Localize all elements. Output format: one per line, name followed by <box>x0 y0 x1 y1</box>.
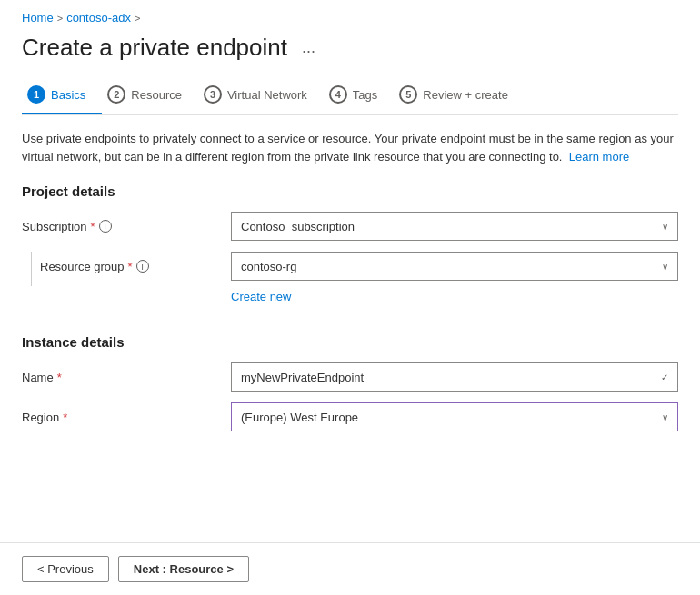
tab-review-circle: 5 <box>399 85 417 104</box>
breadcrumb-chevron-1: > <box>57 13 63 24</box>
create-new-link[interactable]: Create new <box>231 290 678 303</box>
name-chevron-icon: ✓ <box>661 372 668 382</box>
subscription-required: * <box>91 220 95 233</box>
name-required: * <box>57 371 62 384</box>
resource-group-required: * <box>128 260 133 273</box>
wizard-tabs: 1 Basics 2 Resource 3 Virtual Network 4 … <box>22 76 678 115</box>
breadcrumb: Home > contoso-adx > <box>0 0 700 30</box>
learn-more-link[interactable]: Learn more <box>569 150 629 164</box>
tab-tags-circle: 4 <box>329 85 347 104</box>
region-chevron-icon: ∨ <box>662 412 668 422</box>
region-required: * <box>63 411 67 424</box>
subscription-label-col: Subscription * i <box>22 220 231 233</box>
instance-details-section: Instance details Name * myNewPrivateEndp… <box>22 334 678 442</box>
breadcrumb-chevron-2: > <box>135 13 140 24</box>
tab-resource-circle: 2 <box>107 85 125 104</box>
resource-group-value: contoso-rg <box>241 260 296 273</box>
info-text: Use private endpoints to privately conne… <box>22 130 678 165</box>
region-dropdown[interactable]: (Europe) West Europe ∨ <box>231 402 678 431</box>
name-dropdown[interactable]: myNewPrivateEndpoint ✓ <box>231 362 678 392</box>
subscription-label: Subscription * i <box>22 220 231 233</box>
breadcrumb-home[interactable]: Home <box>22 11 54 25</box>
region-value: (Europe) West Europe <box>241 411 358 424</box>
footer: < Previous Next : Resource > <box>0 542 700 595</box>
name-value: myNewPrivateEndpoint <box>241 371 364 384</box>
tab-tags[interactable]: 4 Tags <box>324 76 394 114</box>
main-content: 1 Basics 2 Resource 3 Virtual Network 4 … <box>0 76 700 542</box>
subscription-info-icon[interactable]: i <box>99 220 112 233</box>
tab-vnet-label: Virtual Network <box>227 88 307 102</box>
instance-details-header: Instance details <box>22 334 678 350</box>
tab-review-label: Review + create <box>423 88 508 102</box>
resource-group-dropdown[interactable]: contoso-rg ∨ <box>231 252 678 281</box>
subscription-dropdown[interactable]: Contoso_subscription ∨ <box>231 212 678 241</box>
page-title: Create a private endpoint <box>22 34 287 62</box>
name-label: Name * <box>22 371 231 384</box>
tab-basics-label: Basics <box>51 88 85 102</box>
resource-group-info-icon[interactable]: i <box>136 260 149 273</box>
resource-group-label-col: Resource group * i <box>40 260 231 273</box>
tab-tags-label: Tags <box>353 88 377 102</box>
resource-group-chevron-icon: ∨ <box>662 262 668 272</box>
previous-button[interactable]: < Previous <box>22 556 109 582</box>
tab-basics-circle: 1 <box>27 85 45 104</box>
name-row: Name * myNewPrivateEndpoint ✓ <box>22 362 678 392</box>
indent-line <box>31 252 32 286</box>
subscription-row: Subscription * i Contoso_subscription ∨ <box>22 212 678 241</box>
tab-vnet-circle: 3 <box>204 85 222 104</box>
name-label-col: Name * <box>22 371 231 384</box>
project-details-section: Project details Subscription * i Contoso… <box>22 183 678 316</box>
tab-basics[interactable]: 1 Basics <box>22 76 102 114</box>
region-label: Region * <box>22 411 231 424</box>
tab-resource-label: Resource <box>131 88 182 102</box>
tab-virtual-network[interactable]: 3 Virtual Network <box>198 76 324 114</box>
region-row: Region * (Europe) West Europe ∨ <box>22 402 678 431</box>
subscription-value: Contoso_subscription <box>241 220 355 233</box>
tab-review-create[interactable]: 5 Review + create <box>394 76 525 114</box>
subscription-chevron-icon: ∨ <box>662 222 668 232</box>
project-details-header: Project details <box>22 183 678 199</box>
region-label-col: Region * <box>22 411 231 424</box>
ellipsis-button[interactable]: ... <box>296 36 321 59</box>
breadcrumb-parent[interactable]: contoso-adx <box>66 11 131 25</box>
next-button[interactable]: Next : Resource > <box>118 556 249 582</box>
resource-group-label: Resource group * i <box>40 260 231 273</box>
page-title-row: Create a private endpoint ... <box>0 30 700 76</box>
tab-resource[interactable]: 2 Resource <box>102 76 198 114</box>
